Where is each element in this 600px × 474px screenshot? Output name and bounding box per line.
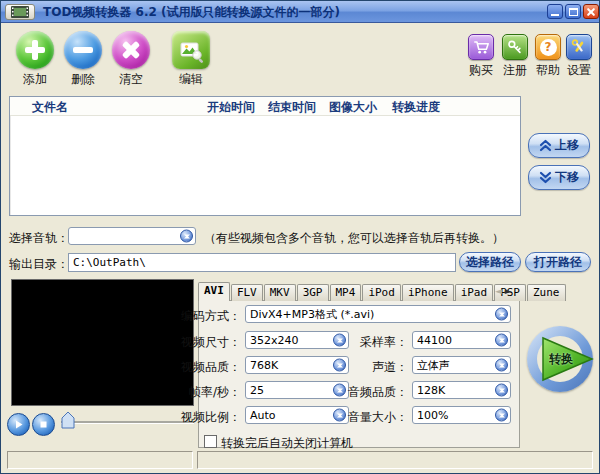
help-button[interactable]: ? 帮助 bbox=[532, 34, 564, 79]
video-quality-label: 视频品质： bbox=[151, 359, 241, 376]
encode-label: 编码方式： bbox=[161, 308, 241, 325]
move-down-button[interactable]: 下移 bbox=[528, 165, 590, 190]
stop-button[interactable] bbox=[32, 413, 55, 436]
maximize-icon bbox=[569, 8, 578, 16]
add-button[interactable]: 添加 bbox=[11, 31, 59, 88]
shutdown-checkbox-label: 转换完后自动关闭计算机 bbox=[221, 435, 353, 452]
help-icon: ? bbox=[535, 34, 561, 60]
tab-3gp[interactable]: 3GP bbox=[297, 284, 329, 301]
move-up-button[interactable]: 上移 bbox=[528, 133, 590, 158]
dropdown-spinner-icon[interactable] bbox=[495, 359, 508, 372]
audio-track-hint: （有些视频包含多个音轨，您可以选择音轨后再转换。） bbox=[204, 230, 504, 247]
buy-label: 购买 bbox=[465, 62, 497, 79]
tab-flv[interactable]: FLV bbox=[231, 284, 263, 301]
column-start-time[interactable]: 开始时间 bbox=[207, 99, 255, 116]
tab-avi[interactable]: AVI bbox=[198, 282, 230, 301]
delete-icon bbox=[64, 31, 102, 69]
play-button[interactable] bbox=[7, 413, 30, 436]
stop-icon bbox=[39, 420, 48, 429]
dropdown-spinner-icon[interactable] bbox=[180, 230, 193, 243]
shutdown-checkbox[interactable] bbox=[204, 435, 217, 448]
buy-icon bbox=[468, 34, 494, 60]
volume-label: 音量大小： bbox=[321, 409, 408, 426]
close-button[interactable] bbox=[583, 4, 599, 19]
move-up-label: 上移 bbox=[555, 137, 579, 154]
channels-label: 声道： bbox=[321, 359, 408, 376]
minimize-button[interactable] bbox=[547, 4, 563, 19]
clear-icon bbox=[112, 31, 150, 69]
chevron-up-icon bbox=[539, 139, 552, 152]
aspect-label: 视频比例： bbox=[151, 409, 241, 426]
tab-ipad[interactable]: iPad bbox=[455, 284, 494, 301]
column-end-time[interactable]: 结束时间 bbox=[268, 99, 316, 116]
window-title: TOD视频转换器 6.2 (试用版只能转换源文件的一部分) bbox=[43, 1, 340, 23]
film-icon bbox=[11, 6, 29, 18]
settings-label: 设置 bbox=[563, 62, 595, 79]
register-label: 注册 bbox=[499, 62, 531, 79]
register-icon bbox=[502, 34, 528, 60]
dropdown-spinner-icon[interactable] bbox=[495, 384, 508, 397]
audio-track-label: 选择音轨： bbox=[9, 230, 69, 247]
channels-select[interactable]: 立体声 bbox=[412, 356, 511, 374]
delete-button[interactable]: 删除 bbox=[59, 31, 107, 88]
status-panel-right bbox=[197, 451, 593, 469]
edit-icon bbox=[172, 31, 210, 69]
settings-icon bbox=[566, 34, 592, 60]
help-label: 帮助 bbox=[532, 62, 564, 79]
audio-track-select[interactable] bbox=[68, 227, 196, 245]
add-icon bbox=[16, 31, 54, 69]
dropdown-spinner-icon[interactable] bbox=[495, 308, 508, 321]
clear-label: 清空 bbox=[107, 71, 155, 88]
settings-button[interactable]: 设置 bbox=[563, 34, 595, 79]
video-size-label: 视频尺寸： bbox=[151, 334, 241, 351]
chevron-down-icon bbox=[539, 171, 552, 184]
move-down-label: 下移 bbox=[555, 169, 579, 186]
clear-button[interactable]: 清空 bbox=[107, 31, 155, 88]
tab-scroll-right-icon[interactable]: ► bbox=[505, 286, 512, 296]
minimize-icon bbox=[551, 14, 559, 16]
app-window: TOD视频转换器 6.2 (试用版只能转换源文件的一部分) 添加 删除 清空 编… bbox=[0, 0, 600, 474]
sample-rate-label: 采样率： bbox=[321, 334, 408, 351]
edit-label: 编辑 bbox=[167, 71, 215, 88]
encode-select[interactable]: DivX4+MP3格式 (*.avi) bbox=[245, 305, 511, 323]
buy-button[interactable]: 购买 bbox=[465, 34, 497, 79]
column-image-size[interactable]: 图像大小 bbox=[329, 99, 377, 116]
choose-path-button[interactable]: 选择路径 bbox=[459, 252, 521, 272]
output-dir-label: 输出目录： bbox=[9, 256, 69, 273]
play-icon bbox=[13, 419, 24, 430]
file-list[interactable]: 文件名 开始时间 结束时间 图像大小 转换进度 bbox=[9, 96, 521, 216]
volume-select[interactable]: 100% bbox=[412, 406, 511, 424]
tab-mkv[interactable]: MKV bbox=[264, 284, 296, 301]
fps-label: 帧率/秒： bbox=[151, 384, 241, 401]
maximize-button[interactable] bbox=[565, 4, 581, 19]
dropdown-spinner-icon[interactable] bbox=[495, 334, 508, 347]
seek-thumb[interactable] bbox=[61, 411, 75, 429]
audio-quality-label: 音频品质： bbox=[321, 384, 408, 401]
convert-label: 转换 bbox=[544, 351, 578, 368]
open-path-button[interactable]: 打开路径 bbox=[525, 252, 591, 272]
edit-button[interactable]: 编辑 bbox=[167, 31, 215, 88]
titlebar[interactable]: TOD视频转换器 6.2 (试用版只能转换源文件的一部分) bbox=[1, 1, 599, 23]
column-filename[interactable]: 文件名 bbox=[32, 99, 68, 116]
tab-mp4[interactable]: MP4 bbox=[330, 284, 362, 301]
audio-quality-select[interactable]: 128K bbox=[412, 381, 511, 399]
tab-scroll-left-icon[interactable]: ◄ bbox=[495, 286, 502, 296]
tab-ipod[interactable]: iPod bbox=[362, 284, 401, 301]
file-list-header: 文件名 开始时间 结束时间 图像大小 转换进度 bbox=[10, 97, 520, 116]
delete-label: 删除 bbox=[59, 71, 107, 88]
output-dir-input[interactable] bbox=[68, 253, 456, 272]
tab-zune[interactable]: Zune bbox=[527, 284, 566, 301]
register-button[interactable]: 注册 bbox=[499, 34, 531, 79]
sample-rate-select[interactable]: 44100 bbox=[412, 331, 511, 349]
dropdown-spinner-icon[interactable] bbox=[495, 409, 508, 422]
tab-iphone[interactable]: iPhone bbox=[402, 284, 454, 301]
add-label: 添加 bbox=[11, 71, 59, 88]
column-progress[interactable]: 转换进度 bbox=[392, 99, 440, 116]
status-panel-left bbox=[7, 451, 193, 469]
app-icon[interactable] bbox=[5, 4, 35, 20]
